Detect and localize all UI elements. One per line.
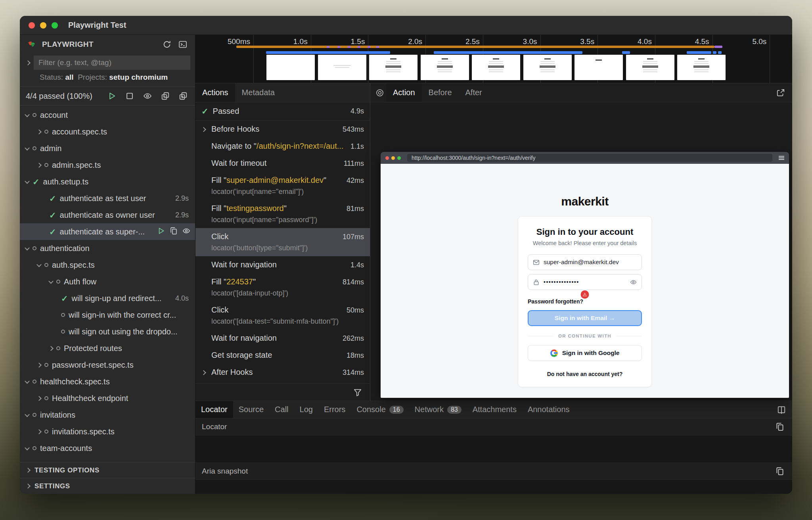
timeline-screenshot-2[interactable] <box>318 55 366 80</box>
timeline-screenshot-6[interactable] <box>523 55 572 80</box>
chevron-down-icon[interactable] <box>25 445 30 450</box>
aria-snapshot-editor[interactable] <box>195 480 792 494</box>
chevron-down-icon[interactable] <box>25 145 30 150</box>
tree-item-will-sign-up-and-redirect[interactable]: ✓will sign-up and redirect...4.0s <box>20 290 195 307</box>
minimize-window-button[interactable] <box>40 22 46 29</box>
watch-all-button[interactable] <box>142 90 153 102</box>
tree-item-admin-spec-ts[interactable]: admin.spec.ts <box>20 157 195 173</box>
chevron-right-icon[interactable] <box>201 370 206 375</box>
tree-item-authentication[interactable]: authentication <box>20 240 195 257</box>
chevron-right-icon[interactable] <box>36 163 42 168</box>
password-field[interactable]: •••••••••••••• ⚠ <box>528 274 642 290</box>
chevron-down-icon[interactable] <box>48 278 54 284</box>
sign-in-google-button[interactable]: Sign in with Google <box>528 345 642 361</box>
tree-item-auth-spec-ts[interactable]: auth.spec.ts <box>20 257 195 273</box>
tab-errors[interactable]: Errors <box>318 401 351 418</box>
timeline-screenshot-5[interactable] <box>472 55 520 80</box>
show-password-icon[interactable] <box>630 279 637 286</box>
tree-item-authenticate-as-test-user[interactable]: ✓authenticate as test user2.9s <box>20 190 195 207</box>
reload-tests-button[interactable] <box>161 38 173 50</box>
tab-locator[interactable]: Locator <box>195 401 233 418</box>
chevron-down-icon[interactable] <box>25 378 30 384</box>
copy-aria-icon[interactable] <box>774 465 786 477</box>
tab-attachments[interactable]: Attachments <box>467 401 522 418</box>
tree-item-will-sign-out-using-the-dropdo[interactable]: will sign out using the dropdo... <box>20 323 195 340</box>
action-row-before-hooks[interactable]: Before Hooks543ms <box>195 121 370 138</box>
tree-item-team-accounts[interactable]: team-accounts <box>20 440 195 457</box>
tree-item-healthcheck-endpoint[interactable]: Healthcheck endpoint <box>20 390 195 407</box>
tree-item-account[interactable]: account <box>20 107 195 123</box>
timeline-screenshot-7[interactable] <box>575 55 623 80</box>
tab-call[interactable]: Call <box>269 401 294 418</box>
tab-before[interactable]: Before <box>422 83 459 102</box>
chevron-right-icon[interactable] <box>48 346 54 351</box>
open-external-icon[interactable] <box>769 83 792 102</box>
tree-item-healthcheck-spec-ts[interactable]: healthcheck.spec.ts <box>20 373 195 390</box>
chevron-right-icon[interactable] <box>36 396 42 401</box>
email-field[interactable]: super-admin@makerkit.dev <box>528 254 642 270</box>
action-row-fill-224537[interactable]: Fill "224537"814mslocator('[data-input-o… <box>195 273 370 301</box>
tree-item-invitations-spec-ts[interactable]: invitations.spec.ts <box>20 423 195 440</box>
tab-actions[interactable]: Actions <box>195 83 235 102</box>
stop-button[interactable] <box>124 90 136 102</box>
tab-log[interactable]: Log <box>294 401 318 418</box>
pick-locator-icon[interactable] <box>370 83 386 102</box>
tab-console[interactable]: Console16 <box>351 401 409 418</box>
action-row-fill-super-admin-makerkit-dev[interactable]: Fill "super-admin@makerkit.dev"42mslocat… <box>195 172 370 200</box>
tab-action[interactable]: Action <box>386 83 422 102</box>
section-settings[interactable]: SETTINGS <box>20 478 195 494</box>
split-view-icon[interactable] <box>771 401 792 418</box>
tree-item-will-sign-in-with-the-correct-cr[interactable]: will sign-in with the correct cr... <box>20 307 195 323</box>
tree-item-invitations[interactable]: invitations <box>20 407 195 423</box>
tab-source[interactable]: Source <box>233 401 269 418</box>
locator-editor[interactable] <box>195 435 792 463</box>
filter-status-line[interactable]: Status: all Projects: setup chromium <box>20 72 195 86</box>
tree-item-account-spec-ts[interactable]: account.spec.ts <box>20 123 195 140</box>
chevron-down-icon[interactable] <box>25 112 30 117</box>
tree-item-authenticate-as-owner-user[interactable]: ✓authenticate as owner user2.9s <box>20 207 195 223</box>
chevron-down-icon[interactable] <box>36 262 42 267</box>
tree-item-auth-flow[interactable]: Auth flow <box>20 273 195 290</box>
timeline-screenshot-4[interactable] <box>421 55 469 80</box>
chevron-down-icon[interactable] <box>25 178 30 184</box>
tree-item-admin[interactable]: admin <box>20 140 195 157</box>
expand-all-button[interactable] <box>177 90 189 102</box>
filter-input[interactable] <box>34 56 190 70</box>
action-row-fill-testingpassword[interactable]: Fill "testingpassword"81mslocator('input… <box>195 200 370 228</box>
chevron-right-icon[interactable] <box>25 60 31 65</box>
run-all-button[interactable] <box>106 90 118 102</box>
timeline-screenshot-8[interactable] <box>626 55 674 80</box>
collapse-all-button[interactable] <box>159 90 171 102</box>
tree-item-protected-routes[interactable]: Protected routes <box>20 340 195 357</box>
action-row-wait-for-navigation[interactable]: Wait for navigation262ms <box>195 330 370 347</box>
close-window-button[interactable] <box>29 22 35 29</box>
action-row-get-storage-state[interactable]: Get storage state18ms <box>195 347 370 364</box>
watch-test-icon[interactable] <box>182 227 190 237</box>
trace-timeline[interactable]: 500ms1.0s1.5s2.0s2.5s3.0s3.5s4.0s4.5s5.0… <box>195 35 792 83</box>
tab-annotations[interactable]: Annotations <box>522 401 575 418</box>
timeline-screenshot-1[interactable] <box>266 55 315 80</box>
chevron-down-icon[interactable] <box>25 245 30 250</box>
run-test-icon[interactable] <box>157 227 165 237</box>
zoom-window-button[interactable] <box>52 22 58 29</box>
signup-link[interactable]: Do not have an account yet? <box>528 371 642 377</box>
tab-metadata[interactable]: Metadata <box>235 83 282 102</box>
tree-item-auth-setup-ts[interactable]: ✓auth.setup.ts <box>20 173 195 190</box>
chevron-right-icon[interactable] <box>36 429 42 434</box>
copy-test-icon[interactable] <box>170 227 178 237</box>
action-row-wait-for-timeout[interactable]: Wait for timeout111ms <box>195 155 370 172</box>
chevron-down-icon[interactable] <box>25 412 30 417</box>
timeline-screenshot-3[interactable] <box>369 55 417 80</box>
terminal-button[interactable] <box>177 38 189 50</box>
chevron-right-icon[interactable] <box>201 127 206 132</box>
copy-locator-icon[interactable] <box>774 421 786 433</box>
tree-item-password-reset-spec-ts[interactable]: password-reset.spec.ts <box>20 357 195 373</box>
timeline-screenshot-9[interactable] <box>677 55 726 80</box>
tab-network[interactable]: Network83 <box>409 401 467 418</box>
action-row-click[interactable]: Click107mslocator('button[type="submit"]… <box>195 228 370 256</box>
page-snapshot[interactable]: http://localhost:3000/auth/sign-in?next=… <box>381 152 789 398</box>
chevron-right-icon[interactable] <box>36 129 42 134</box>
tree-item-authenticate-as-super[interactable]: ✓authenticate as super-... <box>20 223 195 240</box>
action-row-click[interactable]: Click50mslocator('[data-test="submit-mfa… <box>195 301 370 330</box>
section-testing-options[interactable]: TESTING OPTIONS <box>20 462 195 478</box>
